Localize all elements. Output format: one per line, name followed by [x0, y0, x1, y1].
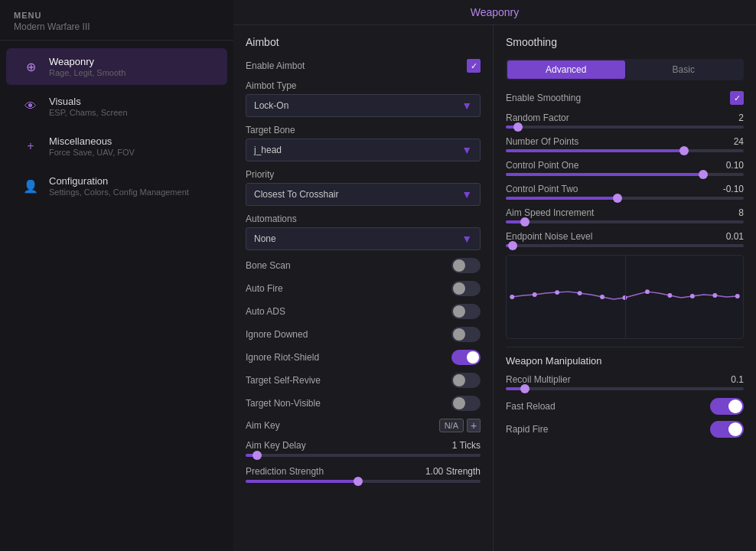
aim-key-controls: N/A +: [439, 419, 481, 432]
random-factor-label-row: Random Factor 2: [506, 112, 744, 123]
auto-fire-toggle[interactable]: [451, 281, 481, 296]
curve-point: [690, 294, 695, 298]
endpoint-noise-level-track[interactable]: [506, 244, 744, 247]
ignore-riot-shield-toggle[interactable]: [451, 350, 481, 365]
configuration-title: Configuration: [49, 175, 189, 187]
ignore-downed-row: Ignore Downed: [246, 327, 481, 342]
priority-dropdown[interactable]: Closest To Crosshair ▼: [246, 183, 481, 206]
aim-key-badge: N/A: [439, 419, 464, 432]
rapid-fire-row: Rapid Fire: [506, 421, 744, 438]
prediction-fill: [246, 480, 358, 483]
enable-smoothing-row: Enable Smoothing: [506, 91, 744, 105]
sidebar-item-weaponry[interactable]: ⊕ Weaponry Rage, Legit, Smooth: [6, 48, 227, 85]
number-of-points-slider-row: Number Of Points 24: [506, 136, 744, 152]
aim-key-delay-thumb[interactable]: [253, 451, 262, 460]
random-factor-thumb[interactable]: [513, 122, 523, 132]
target-self-revive-toggle[interactable]: [451, 373, 481, 388]
fast-reload-toggle[interactable]: [710, 398, 744, 415]
page-title: Weaponry: [233, 0, 756, 25]
target-self-revive-row: Target Self-Revive: [246, 373, 481, 388]
control-point-two-fill: [506, 197, 618, 200]
aim-key-delay-track[interactable]: [246, 454, 481, 457]
recoil-label-row: Recoil Multiplier 0.1: [506, 374, 744, 385]
number-of-points-track[interactable]: [506, 149, 744, 152]
curve-point: [667, 293, 672, 298]
aim-key-delay-value: 1 Ticks: [452, 440, 481, 451]
recoil-thumb[interactable]: [520, 384, 530, 393]
sidebar: MENU Modern Warfare III ⊕ Weaponry Rage,…: [0, 0, 233, 551]
target-self-revive-knob: [453, 374, 465, 386]
aim-key-row: Aim Key N/A +: [246, 419, 481, 432]
aim-speed-increment-thumb[interactable]: [520, 217, 530, 227]
control-point-two-value: -0.10: [723, 184, 744, 194]
priority-value: Closest To Crosshair: [254, 189, 338, 200]
control-point-one-slider-row: Control Point One 0.10: [506, 160, 744, 176]
rapid-fire-knob: [728, 422, 742, 436]
automations-dropdown[interactable]: None ▼: [246, 227, 481, 250]
control-point-one-track[interactable]: [506, 173, 744, 176]
aim-key-delay-label: Aim Key Delay: [246, 440, 306, 451]
ignore-downed-toggle[interactable]: [451, 327, 481, 342]
recoil-label: Recoil Multiplier: [506, 374, 571, 385]
prediction-thumb[interactable]: [354, 477, 363, 486]
weaponry-sub: Rage, Legit, Smooth: [49, 68, 125, 77]
random-factor-slider-row: Random Factor 2: [506, 112, 744, 129]
tab-basic[interactable]: Basic: [625, 60, 743, 79]
fast-reload-label: Fast Reload: [506, 401, 556, 412]
enable-smoothing-checkbox[interactable]: [730, 91, 744, 105]
target-non-visible-knob: [453, 397, 465, 409]
endpoint-noise-level-thumb[interactable]: [508, 241, 517, 250]
enable-smoothing-label: Enable Smoothing: [506, 93, 581, 103]
random-factor-value: 2: [738, 112, 744, 123]
target-self-revive-label: Target Self-Revive: [246, 375, 321, 386]
aimbot-panel: Aimbot Enable Aimbot Aimbot Type Lock-On…: [233, 25, 494, 551]
curve-point: [578, 291, 582, 295]
control-point-two-track[interactable]: [506, 197, 744, 200]
bone-scan-toggle[interactable]: [451, 258, 481, 273]
prediction-value: 1.00 Strength: [425, 466, 481, 477]
sidebar-item-visuals[interactable]: 👁 Visuals ESP, Chams, Screen: [6, 88, 227, 125]
curve-point: [735, 294, 740, 298]
weaponry-icon: ⊕: [20, 56, 41, 77]
sidebar-item-miscellaneous[interactable]: + Miscellaneous Force Save, UAV, FOV: [6, 128, 227, 165]
aim-key-plus[interactable]: +: [467, 419, 481, 432]
smoothing-title: Smoothing: [506, 36, 744, 48]
aimbot-title: Aimbot: [246, 36, 481, 48]
bone-scan-label: Bone Scan: [246, 260, 291, 271]
rapid-fire-label: Rapid Fire: [506, 424, 548, 435]
recoil-value: 0.1: [731, 374, 744, 385]
number-of-points-thumb[interactable]: [679, 146, 689, 155]
aim-speed-increment-track[interactable]: [506, 220, 744, 223]
tab-advanced[interactable]: Advanced: [507, 60, 625, 79]
prediction-track[interactable]: [246, 480, 481, 483]
ignore-downed-knob: [453, 328, 465, 341]
control-point-one-value: 0.10: [726, 160, 744, 171]
visuals-sub: ESP, Chams, Screen: [49, 108, 128, 117]
endpoint-noise-level-slider-row: Endpoint Noise Level 0.01: [506, 231, 744, 247]
enable-aimbot-checkbox[interactable]: [467, 59, 481, 73]
random-factor-track[interactable]: [506, 126, 744, 129]
recoil-track[interactable]: [506, 387, 744, 390]
prediction-label: Prediction Strength: [246, 466, 324, 477]
aimbot-toggles: Bone Scan Auto Fire Auto ADS Ignore Down…: [246, 258, 481, 411]
target-non-visible-row: Target Non-Visible: [246, 396, 481, 411]
auto-ads-knob: [453, 305, 465, 318]
target-bone-dropdown[interactable]: j_head ▼: [246, 139, 481, 161]
aim-speed-increment-value: 8: [738, 207, 744, 218]
weaponry-text: Weaponry Rage, Legit, Smooth: [49, 56, 125, 77]
fast-reload-knob: [728, 399, 742, 413]
aim-key-label: Aim Key: [246, 420, 280, 431]
miscellaneous-text: Miscellaneous Force Save, UAV, FOV: [49, 135, 135, 157]
auto-ads-row: Auto ADS: [246, 304, 481, 319]
auto-ads-label: Auto ADS: [246, 306, 285, 317]
auto-ads-toggle[interactable]: [451, 304, 481, 319]
control-point-two-thumb[interactable]: [613, 194, 622, 203]
automations-label: Automations: [246, 214, 481, 224]
control-point-one-thumb[interactable]: [699, 170, 708, 179]
sidebar-item-configuration[interactable]: 👤 Configuration Settings, Colors, Config…: [6, 168, 227, 204]
target-non-visible-toggle[interactable]: [451, 396, 481, 411]
configuration-sub: Settings, Colors, Config Management: [49, 187, 189, 197]
rapid-fire-toggle[interactable]: [710, 421, 744, 438]
aimbot-type-label: Aimbot Type: [246, 80, 481, 91]
aimbot-type-dropdown[interactable]: Lock-On ▼: [246, 94, 481, 117]
